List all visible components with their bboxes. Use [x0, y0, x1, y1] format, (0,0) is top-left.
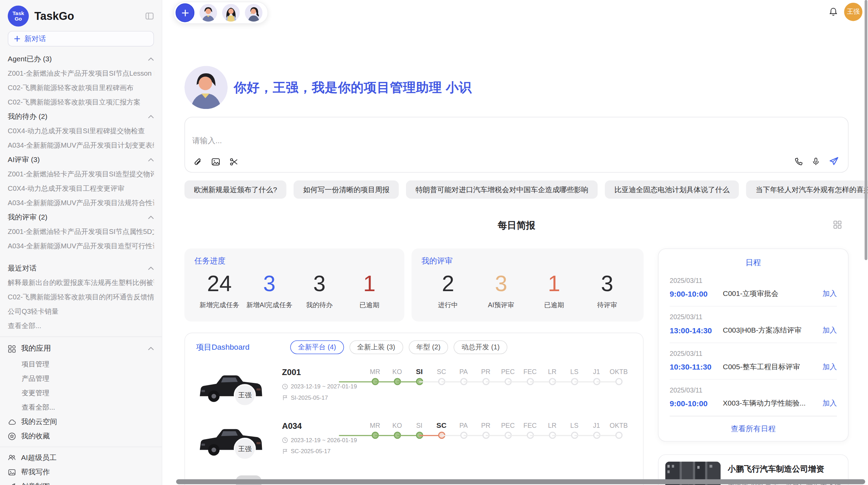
scissors-icon[interactable] — [229, 157, 239, 166]
milestone-stage: PEC — [497, 421, 519, 442]
sidebar-app-item[interactable]: 变更管理 — [8, 386, 154, 400]
stage-dot-area — [519, 376, 541, 389]
project-milestone-label: SI-2025-05-17 — [291, 394, 328, 400]
suggestion-chip[interactable]: 特朗普可能对进口汽车增税会对中国车企造成哪些影响 — [406, 181, 598, 199]
stage-dot-area — [364, 430, 386, 442]
layout-grid-icon[interactable] — [833, 220, 842, 229]
event-join-link[interactable]: 加入 — [822, 362, 837, 372]
milestone-stage: J1 — [586, 368, 608, 388]
dashboard-filter-pill[interactable]: 动总开发 (1) — [454, 340, 507, 354]
sidebar-item[interactable]: 解释最新出台的欧盟报废车法规再生塑料比例被调至15%... — [8, 276, 154, 290]
stage-label: OKTB — [607, 368, 630, 376]
chevron-up-icon — [148, 215, 154, 220]
sidebar-item[interactable]: A034-全新新能源MUV产品开发项目法规符合性评审 — [8, 196, 154, 210]
users-icon — [8, 453, 16, 462]
horizontal-scrollbar[interactable] — [176, 479, 865, 484]
stat-value: 24 — [194, 271, 244, 296]
stage-label: PR — [475, 421, 497, 430]
event-join-link[interactable]: 加入 — [822, 398, 837, 408]
schedule-title: 日程 — [670, 258, 837, 268]
event-title: C001-立项审批会 — [723, 289, 818, 299]
sidebar-app-item[interactable]: 项目管理 — [8, 357, 154, 371]
stage-dot-area — [453, 430, 475, 442]
sidebar-section-header[interactable]: Agent已办 (3) — [8, 52, 154, 66]
event-row: 10:30-11:30C005-整车工程目标评审加入 — [670, 362, 837, 379]
sidebar-item[interactable]: A034-全新新能源MUV产品开发项目计划变更表编写 — [8, 138, 154, 153]
milestone-stage: J1 — [586, 421, 608, 442]
sidebar-my-apps-header[interactable]: 我的应用 — [8, 340, 154, 357]
sidebar-section-header[interactable]: 我的待办 (2) — [8, 110, 154, 124]
stage-label: FEC — [519, 368, 541, 376]
event-row: 9:00-10:00X003-车辆动力学性能验...加入 — [670, 398, 837, 415]
stat-value: 1 — [528, 271, 581, 296]
sidebar-app-item[interactable]: 产品管理 — [8, 371, 154, 386]
vertical-scrollbar[interactable] — [865, 0, 867, 260]
sidebar-item[interactable]: C02-飞腾新能源轻客改款项目里程碑画布 — [8, 81, 154, 95]
stage-dot-area — [386, 430, 408, 442]
paperclip-icon[interactable] — [193, 157, 202, 166]
sidebar-item[interactable]: C0X4-动力总成开发项目工程变更评审 — [8, 182, 154, 196]
stage-dot-area — [386, 376, 408, 389]
event-title: C003|H0B-方案冻结评审 — [723, 325, 818, 335]
milestone-stage: SC — [430, 368, 453, 388]
event-join-link[interactable]: 加入 — [822, 289, 837, 299]
sidebar-item[interactable]: Z001-全新燃油皮卡产品开发项目SI节点Lesson Learn报告 — [8, 66, 154, 81]
dashboard-filter-pill[interactable]: 年型 (2) — [409, 340, 448, 354]
right-column: 日程 2025/03/119:00-10:00C001-立项审批会加入2025/… — [658, 248, 848, 485]
sidebar-item[interactable]: 公司Q3轻卡销量 — [8, 304, 154, 319]
event-time: 9:00-10:00 — [670, 289, 723, 298]
send-icon[interactable] — [829, 156, 839, 167]
chat-composer — [184, 117, 848, 173]
apps-grid-icon — [8, 345, 16, 353]
stat: 3AI预评审 — [474, 271, 528, 310]
sidebar-section-header[interactable]: 最近对话 — [8, 261, 154, 276]
sidebar-item[interactable]: C02-飞腾新能源轻客改款项目的闭环通告反馈情况 — [8, 290, 154, 304]
milestone-stage: KO — [386, 368, 408, 388]
microphone-icon[interactable] — [811, 157, 820, 166]
collapse-sidebar-icon[interactable] — [145, 12, 154, 21]
sidebar-item[interactable]: 查看全部... — [8, 319, 154, 333]
sidebar-link-我的收藏[interactable]: 我的收藏 — [8, 429, 154, 443]
sidebar-section-header[interactable]: AI评审 (3) — [8, 153, 154, 167]
new-chat-button[interactable]: 新对话 — [8, 31, 154, 46]
sidebar-app-item[interactable]: 查看全部... — [8, 400, 154, 414]
clock-icon — [282, 437, 288, 443]
event-join-link[interactable]: 加入 — [822, 325, 837, 335]
stat: 3新增AI完成任务 — [244, 271, 294, 310]
sidebar-item[interactable]: C0X4-动力总成开发项目SI里程碑提交物检查 — [8, 124, 154, 138]
sidebar-item[interactable]: A034-全新新能源MUV产品开发项目造型可行性评审 — [8, 239, 154, 253]
stat-value: 2 — [422, 271, 475, 296]
schedule-event: 2025/03/119:00-10:00X003-车辆动力学性能验...加入 — [670, 386, 837, 416]
suggestion-chips: 欧洲新规最近颁布了什么?如何写一份清晰的项目周报特朗普可能对进口汽车增税会对中国… — [184, 181, 848, 199]
briefing-card: 任务进度24新增完成任务3新增AI完成任务3我的待办1已逾期 — [184, 248, 404, 321]
sidebar-section-title: 我的待办 (2) — [8, 112, 148, 122]
stage-dot-area — [497, 430, 519, 442]
dashboard-filter-pill[interactable]: 全新上装 (3) — [349, 340, 403, 354]
suggestion-chip[interactable]: 如何写一份清晰的项目周报 — [294, 181, 399, 199]
sidebar-section-title: 最近对话 — [8, 263, 148, 273]
chat-input[interactable] — [192, 136, 480, 158]
view-all-schedule-link[interactable]: 查看所有日程 — [670, 416, 837, 442]
image-icon[interactable] — [211, 157, 220, 166]
stage-label: PA — [453, 421, 475, 430]
schedule-event: 2025/03/119:00-10:00C001-立项审批会加入 — [670, 277, 837, 306]
stage-line — [339, 435, 375, 436]
dashboard-filter-pill[interactable]: 全新平台 (4) — [290, 340, 344, 354]
stat-value: 1 — [345, 271, 395, 296]
suggestion-chip[interactable]: 欧洲新规最近颁布了什么? — [184, 181, 287, 199]
sidebar-item[interactable]: Z001-全新燃油轻卡产品开发项目SI节点属性5D文件评审 — [8, 225, 154, 239]
stage-label: LR — [541, 368, 564, 376]
sidebar-item[interactable]: C02-飞腾新能源轻客改款项目立项汇报方案 — [8, 95, 154, 110]
suggestion-chip[interactable]: 当下年轻人对汽车外观有怎样的喜好趋势 — [746, 181, 868, 199]
greeting-text: 你好，王强，我是你的项目管理助理 小识 — [234, 79, 472, 96]
briefing-card-title: 任务进度 — [194, 256, 394, 266]
sidebar-link-我的云空间[interactable]: 我的云空间 — [8, 414, 154, 429]
suggestion-chip[interactable]: 比亚迪全固态电池计划具体说了什么 — [605, 181, 739, 199]
sidebar-item[interactable]: Z001-全新燃油轻卡产品开发项目SI造型提交物评审 — [8, 167, 154, 182]
sidebar-section-header[interactable]: 我的评审 (2) — [8, 210, 154, 225]
phone-icon[interactable] — [794, 157, 803, 166]
sidebar-link-AI超级员工[interactable]: AI超级员工 — [8, 450, 154, 465]
sidebar-link-帮我写作[interactable]: 帮我写作 — [8, 465, 154, 479]
sidebar-link-创意制图[interactable]: 创意制图 — [8, 479, 154, 485]
schedule-card: 日程 2025/03/119:00-10:00C001-立项审批会加入2025/… — [658, 248, 848, 442]
